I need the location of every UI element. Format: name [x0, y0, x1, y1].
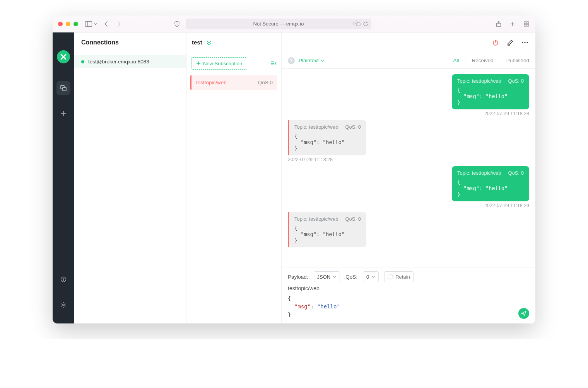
browser-titlebar: Not Secure — emqx.io A: [53, 15, 535, 32]
svg-point-21: [526, 42, 528, 43]
message-qos: QoS: 0: [508, 78, 524, 84]
address-bar[interactable]: Not Secure — emqx.io A: [186, 19, 371, 29]
payload-format-select[interactable]: Plaintext: [299, 58, 324, 63]
message-topic: Topic: testtopic/web: [294, 124, 338, 130]
message-topic: Topic: testtopic/web: [294, 216, 338, 222]
app-logo[interactable]: [57, 50, 70, 63]
filter-tab-all[interactable]: All: [453, 58, 459, 63]
status-online-icon: [81, 60, 84, 63]
message-qos: QoS: 0: [345, 216, 361, 222]
publish-topic-input[interactable]: testtopic/web: [288, 285, 529, 291]
svg-point-15: [63, 304, 64, 306]
minimize-window-icon[interactable]: [66, 22, 70, 26]
send-button[interactable]: [518, 308, 529, 319]
rail-connections-button[interactable]: [56, 81, 70, 95]
radio-unchecked-icon: [388, 274, 393, 279]
message-timestamp: 2022-07-29 11:18:28: [484, 111, 529, 116]
forward-button[interactable]: [115, 20, 122, 27]
message-body: { "msg": "hello" }: [457, 87, 524, 106]
connections-sidebar: Connections test@broker.emqx.io:8083: [74, 32, 186, 323]
new-subscription-label: New Subscription: [203, 61, 242, 66]
filter-tab-received[interactable]: Received: [472, 58, 493, 63]
close-window-icon[interactable]: [58, 22, 63, 26]
svg-rect-6: [524, 22, 526, 24]
chevron-down-icon: [94, 22, 97, 26]
svg-point-19: [522, 42, 523, 43]
message-qos: QoS: 0: [345, 124, 361, 130]
connection-label: test@broker.emqx.io:8083: [88, 59, 149, 65]
payload-label: Payload:: [288, 274, 308, 280]
message-item: Topic: testtopic/webQoS: 0 { "msg": "hel…: [288, 74, 529, 116]
plus-icon: [196, 61, 201, 66]
edit-button[interactable]: [506, 38, 514, 47]
svg-text:A: A: [355, 22, 356, 24]
qos-dropdown[interactable]: 0: [363, 271, 379, 282]
disconnect-button[interactable]: [491, 38, 500, 47]
svg-rect-9: [527, 24, 529, 26]
subscriptions-panel: test New Subscription testtopic/web QoS …: [186, 32, 282, 323]
app-rail: [53, 32, 74, 323]
svg-rect-8: [524, 24, 526, 26]
message-bubble-received: Topic: testtopic/webQoS: 0 { "msg": "hel…: [288, 212, 366, 247]
share-icon[interactable]: [495, 20, 502, 27]
message-bubble-published: Topic: testtopic/webQoS: 0 { "msg": "hel…: [452, 166, 529, 201]
window-controls: [58, 22, 78, 26]
new-subscription-button[interactable]: New Subscription: [191, 57, 247, 70]
connection-item[interactable]: test@broker.emqx.io:8083: [74, 55, 186, 68]
translate-icon[interactable]: A: [354, 22, 361, 26]
rail-info-button[interactable]: [56, 272, 70, 286]
subscription-item[interactable]: testtopic/web QoS 0: [190, 75, 277, 90]
retain-toggle[interactable]: Retain: [384, 271, 414, 282]
message-body: { "msg": "hello" }: [294, 225, 361, 243]
message-qos: QoS: 0: [508, 170, 524, 176]
messages-panel: ? Plaintext All Received Published: [282, 32, 535, 323]
chevrons-down-icon[interactable]: [206, 40, 212, 45]
rail-settings-button[interactable]: [56, 298, 70, 312]
qos-label: QoS:: [345, 274, 357, 280]
more-button[interactable]: [521, 38, 529, 47]
svg-rect-11: [63, 87, 66, 91]
message-topic: Topic: testtopic/web: [457, 78, 501, 84]
filter-tab-published[interactable]: Published: [506, 58, 529, 63]
message-item: Topic: testtopic/webQoS: 0 { "msg": "hel…: [288, 166, 529, 208]
collapse-panel-icon[interactable]: [270, 61, 277, 66]
chevron-down-icon: [320, 59, 324, 63]
help-icon[interactable]: ?: [288, 57, 295, 64]
svg-rect-7: [527, 22, 529, 24]
message-body: { "msg": "hello" }: [294, 133, 361, 151]
message-item: Topic: testtopic/webQoS: 0 { "msg": "hel…: [288, 212, 529, 247]
connections-heading: Connections: [74, 32, 186, 53]
reload-icon[interactable]: [363, 21, 368, 27]
svg-point-13: [63, 278, 64, 279]
messages-list[interactable]: Topic: testtopic/webQoS: 0 { "msg": "hel…: [282, 69, 535, 267]
chevron-down-icon: [371, 275, 375, 279]
message-bubble-published: Topic: testtopic/webQoS: 0 { "msg": "hel…: [452, 74, 529, 109]
new-tab-icon[interactable]: [509, 20, 516, 27]
subscription-topic: testtopic/web: [196, 80, 227, 85]
message-topic: Topic: testtopic/web: [457, 170, 501, 176]
message-timestamp: 2022-07-29 11:18:28: [288, 157, 333, 162]
subscription-qos: QoS 0: [258, 80, 273, 85]
svg-rect-0: [85, 21, 92, 26]
back-button[interactable]: [103, 20, 110, 27]
send-icon: [521, 311, 526, 316]
rail-new-button[interactable]: [56, 107, 70, 121]
svg-rect-3: [356, 23, 360, 26]
message-bubble-received: Topic: testtopic/webQoS: 0 { "msg": "hel…: [288, 120, 366, 155]
browser-sidebar-toggle[interactable]: [85, 21, 97, 27]
message-body: { "msg": "hello" }: [457, 179, 524, 197]
address-text: Not Secure — emqx.io: [253, 21, 304, 27]
message-item: Topic: testtopic/webQoS: 0 { "msg": "hel…: [288, 120, 529, 162]
filter-row: ? Plaintext All Received Published: [282, 53, 535, 69]
shield-icon[interactable]: [174, 21, 180, 27]
connection-title: test: [192, 39, 202, 46]
svg-rect-14: [63, 279, 63, 281]
message-timestamp: 2022-07-29 11:18:29: [484, 203, 529, 208]
tabs-overview-icon[interactable]: [523, 20, 530, 27]
payload-format-dropdown[interactable]: JSON: [314, 271, 340, 282]
chevron-down-icon: [333, 275, 337, 279]
publish-bar: Payload: JSON QoS: 0 Retain test: [282, 267, 535, 323]
maximize-window-icon[interactable]: [74, 22, 78, 26]
publish-payload-editor[interactable]: { "msg": "hello"}: [288, 294, 529, 319]
svg-point-20: [524, 42, 525, 43]
